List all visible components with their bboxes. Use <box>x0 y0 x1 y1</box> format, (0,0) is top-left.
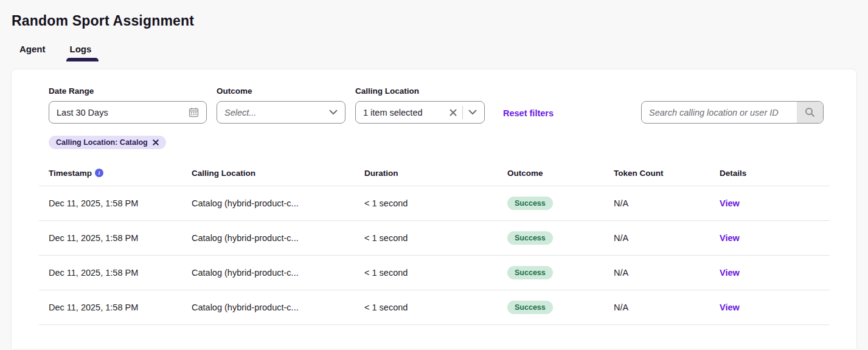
cell-calling-location: Catalog (hybrid-product-c... <box>192 198 364 208</box>
page-title: Random Sport Assignment <box>12 13 857 29</box>
cell-timestamp: Dec 11, 2025, 1:58 PM <box>49 198 192 208</box>
date-range-value: Last 30 Days <box>57 108 108 117</box>
cell-details: View <box>720 268 830 278</box>
cell-duration: < 1 second <box>364 233 507 243</box>
tab-logs-label: Logs <box>70 44 92 54</box>
header-details: Details <box>720 169 830 178</box>
tab-agent-label: Agent <box>19 44 46 54</box>
close-icon[interactable] <box>450 109 457 116</box>
cell-duration: < 1 second <box>364 303 507 312</box>
search-input[interactable] <box>642 102 797 123</box>
cell-calling-location: Catalog (hybrid-product-c... <box>192 303 364 312</box>
outcome-select[interactable]: Select... <box>217 101 345 124</box>
status-badge: Success <box>507 231 553 245</box>
filters-row: Date Range Last 30 Days <box>12 69 856 124</box>
calling-location-value: 1 item selected <box>363 108 423 117</box>
status-badge: Success <box>507 301 553 314</box>
search-button[interactable] <box>797 102 823 123</box>
cell-details: View <box>720 233 830 243</box>
logs-table: Timestamp i Calling Location Duration Ou… <box>39 160 830 325</box>
reset-filters-link[interactable]: Reset filters <box>503 108 554 118</box>
table-header-row: Timestamp i Calling Location Duration Ou… <box>39 160 830 186</box>
cell-timestamp: Dec 11, 2025, 1:58 PM <box>49 268 192 278</box>
header-timestamp: Timestamp i <box>49 169 192 178</box>
calendar-icon[interactable] <box>189 107 199 117</box>
outcome-placeholder: Select... <box>224 108 256 117</box>
cell-duration: < 1 second <box>364 268 507 278</box>
search-icon <box>805 107 815 117</box>
date-range-input[interactable]: Last 30 Days <box>49 101 207 124</box>
table-row: Dec 11, 2025, 1:58 PM Catalog (hybrid-pr… <box>39 221 830 256</box>
status-badge: Success <box>507 266 553 279</box>
cell-timestamp: Dec 11, 2025, 1:58 PM <box>49 233 192 243</box>
cell-details: View <box>720 303 830 312</box>
calling-location-select[interactable]: 1 item selected <box>355 101 485 124</box>
header-outcome: Outcome <box>507 169 614 178</box>
cell-token-count: N/A <box>614 233 720 243</box>
table-row: Dec 11, 2025, 1:58 PM Catalog (hybrid-pr… <box>39 290 830 325</box>
cell-token-count: N/A <box>614 268 720 278</box>
view-link[interactable]: View <box>720 233 740 243</box>
logs-panel: Date Range Last 30 Days <box>11 69 857 349</box>
search-box <box>641 101 824 124</box>
header-token-count: Token Count <box>614 169 720 178</box>
cell-token-count: N/A <box>614 198 720 208</box>
view-link[interactable]: View <box>720 303 740 312</box>
tab-agent[interactable]: Agent <box>16 44 49 61</box>
chevron-down-icon <box>329 110 338 115</box>
tab-logs[interactable]: Logs <box>67 44 95 61</box>
cell-calling-location: Catalog (hybrid-product-c... <box>192 268 364 278</box>
cell-duration: < 1 second <box>364 198 507 208</box>
tab-bar: Agent Logs <box>16 44 857 61</box>
chip-close-icon[interactable] <box>153 139 159 145</box>
active-filters-row: Calling Location: Catalog <box>12 124 856 149</box>
outcome-filter: Outcome Select... <box>217 86 345 124</box>
view-link[interactable]: View <box>720 268 740 278</box>
cell-calling-location: Catalog (hybrid-product-c... <box>192 233 364 243</box>
cell-outcome: Success <box>507 301 614 314</box>
cell-outcome: Success <box>507 231 614 245</box>
filter-chip-calling-location: Calling Location: Catalog <box>49 136 166 149</box>
status-badge: Success <box>507 197 553 210</box>
tab-active-underline <box>66 58 99 61</box>
chevron-down-icon[interactable] <box>468 110 477 115</box>
filter-chip-label: Calling Location: Catalog <box>56 138 148 147</box>
calling-location-controls <box>450 106 477 119</box>
header-duration: Duration <box>364 169 507 178</box>
calling-location-filter: Calling Location 1 item selected <box>355 86 485 124</box>
date-range-filter: Date Range Last 30 Days <box>49 86 207 124</box>
cell-token-count: N/A <box>614 303 720 312</box>
table-row: Dec 11, 2025, 1:58 PM Catalog (hybrid-pr… <box>39 186 830 221</box>
cell-outcome: Success <box>507 197 614 210</box>
calling-location-label: Calling Location <box>355 86 485 96</box>
table-row: Dec 11, 2025, 1:58 PM Catalog (hybrid-pr… <box>39 256 830 290</box>
outcome-label: Outcome <box>217 86 345 96</box>
search-area <box>641 101 824 124</box>
table-body: Dec 11, 2025, 1:58 PM Catalog (hybrid-pr… <box>39 186 830 325</box>
page: Random Sport Assignment Agent Logs Date … <box>0 0 868 349</box>
cell-outcome: Success <box>507 266 614 279</box>
view-link[interactable]: View <box>720 198 740 208</box>
cell-details: View <box>720 198 830 208</box>
date-range-label: Date Range <box>49 86 207 96</box>
header-calling-location: Calling Location <box>192 169 364 178</box>
cell-timestamp: Dec 11, 2025, 1:58 PM <box>49 303 192 312</box>
divider <box>462 106 463 119</box>
info-icon[interactable]: i <box>95 169 103 177</box>
